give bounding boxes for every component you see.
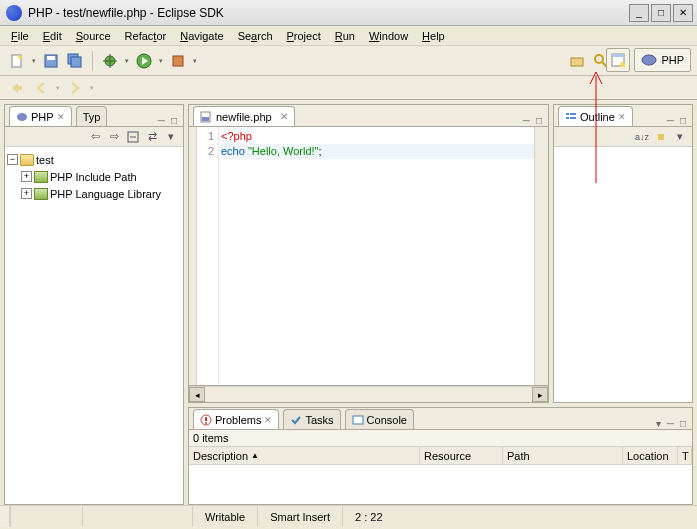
php-icon [16, 111, 28, 123]
perspective-php[interactable]: PHP [634, 48, 691, 72]
maximize-problems-icon[interactable]: □ [678, 418, 688, 429]
tab-types[interactable]: Typ [76, 106, 108, 126]
external-tools-dropdown[interactable]: ▾ [191, 57, 199, 65]
save-button[interactable] [40, 50, 62, 72]
editor-overview-ruler[interactable] [534, 127, 548, 385]
svg-rect-30 [658, 134, 664, 140]
save-all-button[interactable] [64, 50, 86, 72]
minimize-problems-icon[interactable]: ─ [665, 418, 676, 429]
view-menu-icon[interactable]: ▾ [163, 129, 179, 145]
minimize-outline-icon[interactable]: ─ [665, 115, 676, 126]
perspective-label: PHP [661, 54, 684, 66]
svg-rect-28 [566, 117, 569, 119]
forward-nav-icon[interactable]: ⇨ [106, 129, 122, 145]
svg-rect-29 [570, 117, 576, 119]
editor-tabstrip: newfile.php ✕ ─ □ [189, 105, 548, 127]
menu-window[interactable]: Window [362, 28, 415, 44]
code-area[interactable]: <?phpecho "Hello, World!"; [219, 127, 534, 385]
minimize-view-icon[interactable]: ─ [156, 115, 167, 126]
debug-dropdown[interactable]: ▾ [123, 57, 131, 65]
filter-icon[interactable] [653, 129, 669, 145]
tab-outline[interactable]: Outline ✕ [558, 106, 633, 126]
tree-language-library[interactable]: + PHP Language Library [21, 185, 181, 202]
project-folder-icon [20, 154, 34, 166]
problems-icon [200, 414, 212, 426]
col-resource[interactable]: Resource [420, 447, 503, 465]
tab-close-icon[interactable]: ✕ [264, 415, 272, 425]
last-edit-button[interactable] [6, 77, 28, 99]
menu-run[interactable]: Run [328, 28, 362, 44]
col-path[interactable]: Path [503, 447, 623, 465]
editor-tab-newfile[interactable]: newfile.php ✕ [193, 106, 295, 126]
expand-icon[interactable]: + [21, 188, 32, 199]
col-description[interactable]: Description ▲ [189, 447, 420, 465]
fast-view-bar[interactable] [0, 506, 10, 527]
tab-close-icon[interactable]: ✕ [618, 112, 626, 122]
tab-console[interactable]: Console [345, 409, 414, 429]
code-php-open-tag: <?php [221, 130, 252, 142]
code-echo-keyword: echo [221, 145, 245, 157]
line-number-1: 1 [197, 129, 214, 144]
back-button[interactable] [30, 77, 52, 99]
forward-button[interactable] [64, 77, 86, 99]
sort-icon[interactable]: a↓z [634, 129, 650, 145]
col-location[interactable]: Location [623, 447, 678, 465]
editor-horizontal-scrollbar[interactable]: ◂ ▸ [189, 386, 548, 402]
minimize-editor-icon[interactable]: ─ [521, 115, 532, 126]
maximize-view-icon[interactable]: □ [169, 115, 179, 126]
menu-help[interactable]: Help [415, 28, 452, 44]
menu-refactor[interactable]: Refactor [118, 28, 174, 44]
svg-rect-5 [71, 57, 81, 67]
open-type-button[interactable] [566, 50, 588, 72]
link-editor-icon[interactable]: ⇄ [144, 129, 160, 145]
menu-project[interactable]: Project [280, 28, 328, 44]
close-button[interactable]: ✕ [673, 4, 693, 22]
view-menu-icon[interactable]: ▾ [654, 418, 663, 429]
menu-file[interactable]: File [4, 28, 36, 44]
new-dropdown[interactable]: ▾ [30, 57, 38, 65]
maximize-outline-icon[interactable]: □ [678, 115, 688, 126]
run-dropdown[interactable]: ▾ [157, 57, 165, 65]
minimize-button[interactable]: _ [629, 4, 649, 22]
editor-marker-bar[interactable] [189, 127, 197, 385]
tree-project-test[interactable]: − test [7, 151, 181, 168]
back-nav-icon[interactable]: ⇦ [87, 129, 103, 145]
new-button[interactable] [6, 50, 28, 72]
menu-navigate[interactable]: Navigate [173, 28, 230, 44]
tree-include-path[interactable]: + PHP Include Path [21, 168, 181, 185]
scroll-right-icon[interactable]: ▸ [532, 387, 548, 402]
sort-asc-icon: ▲ [251, 451, 259, 460]
menu-source[interactable]: Source [69, 28, 118, 44]
debug-button[interactable] [99, 50, 121, 72]
tab-close-icon[interactable]: ✕ [57, 112, 65, 122]
tab-tasks[interactable]: Tasks [283, 409, 340, 429]
col-type[interactable]: T [678, 447, 692, 465]
scroll-left-icon[interactable]: ◂ [189, 387, 205, 402]
problems-table-body [189, 465, 692, 504]
tab-php-explorer[interactable]: PHP ✕ [9, 106, 72, 126]
outline-menu-icon[interactable]: ▾ [672, 129, 688, 145]
collapse-all-icon[interactable] [125, 129, 141, 145]
library-icon [34, 171, 48, 183]
collapse-icon[interactable]: − [7, 154, 18, 165]
svg-rect-26 [566, 113, 569, 115]
close-tab-icon[interactable]: ✕ [280, 111, 288, 122]
editor-body[interactable]: 1 2 <?phpecho "Hello, World!"; [189, 127, 548, 386]
outline-toolbar: a↓z ▾ [554, 127, 692, 147]
tab-problems[interactable]: Problems ✕ [193, 409, 279, 429]
maximize-editor-icon[interactable]: □ [534, 115, 544, 126]
svg-point-1 [18, 55, 22, 59]
open-perspective-button[interactable] [606, 48, 630, 72]
forward-dropdown[interactable]: ▾ [88, 84, 96, 92]
maximize-button[interactable]: □ [651, 4, 671, 22]
back-dropdown[interactable]: ▾ [54, 84, 62, 92]
status-insert-mode: Smart Insert [257, 506, 342, 527]
menu-edit[interactable]: Edit [36, 28, 69, 44]
expand-icon[interactable]: + [21, 171, 32, 182]
status-bar: Writable Smart Insert 2 : 22 [0, 505, 697, 527]
menu-search[interactable]: Search [231, 28, 280, 44]
svg-rect-27 [570, 113, 576, 115]
code-string: "Hello, World!" [248, 145, 319, 157]
external-tools-button[interactable] [167, 50, 189, 72]
run-button[interactable] [133, 50, 155, 72]
